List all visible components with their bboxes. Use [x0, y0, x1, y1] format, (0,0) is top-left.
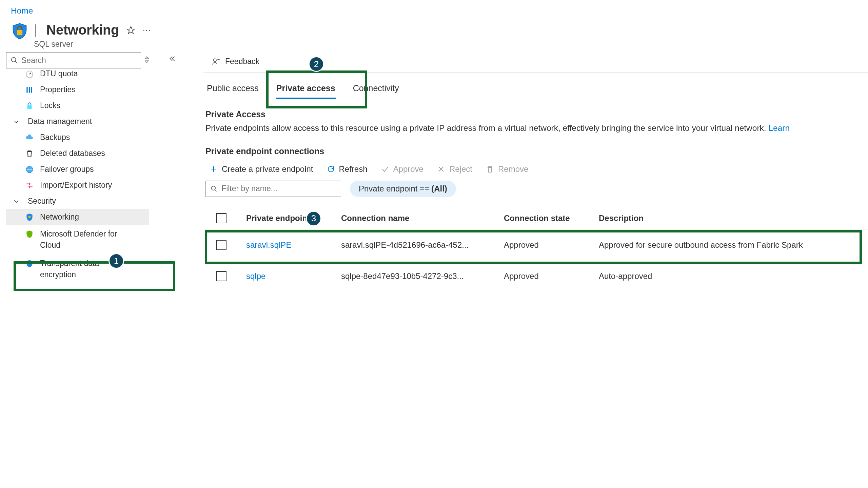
- table-row[interactable]: sqlpe sqlpe-8ed47e93-10b5-4272-9c3... Ap…: [203, 261, 868, 292]
- sidebar-item-label: Deleted databases: [40, 149, 105, 158]
- row-checkbox[interactable]: [216, 240, 226, 250]
- trash-icon: [25, 149, 34, 158]
- learn-more-link[interactable]: Learn: [768, 123, 790, 133]
- sidebar-item-properties[interactable]: Properties: [6, 82, 149, 98]
- pe-link[interactable]: saravi.sqlPE: [244, 237, 339, 253]
- svg-rect-0: [17, 30, 22, 35]
- remove-button: Remove: [486, 164, 528, 174]
- backup-cloud-icon: [25, 133, 34, 142]
- shield-networking-icon: [25, 213, 34, 222]
- select-all-checkbox[interactable]: [216, 213, 226, 223]
- sidebar-group-label: Data management: [28, 117, 92, 126]
- pe-connection-name: sqlpe-8ed47e93-10b5-4272-9c3...: [339, 268, 502, 284]
- shield-tde-icon: [25, 259, 34, 268]
- chevron-down-icon: [13, 198, 20, 205]
- refresh-button[interactable]: Refresh: [327, 164, 368, 174]
- pe-connections-heading: Private endpoint connections: [205, 146, 868, 156]
- sidebar-nav: DTU quota Properties Locks: [6, 69, 149, 354]
- sidebar-item-tde[interactable]: Transparent data encryption: [6, 255, 149, 284]
- filter-input[interactable]: [221, 184, 336, 193]
- sidebar-item-deleted-databases[interactable]: Deleted databases: [6, 145, 149, 161]
- filter-pill-prefix: Private endpoint ==: [359, 184, 429, 194]
- svg-line-3: [15, 61, 17, 63]
- sidebar-item-label: DTU quota: [40, 69, 78, 78]
- search-icon: [211, 185, 217, 192]
- filter-pill-value: (All): [431, 184, 447, 194]
- toolbar-label: Approve: [393, 164, 423, 174]
- col-connection-name[interactable]: Connection name: [339, 210, 502, 226]
- sidebar-group-label: Security: [28, 197, 56, 206]
- svg-line-16: [215, 189, 217, 191]
- sidebar-item-backups[interactable]: Backups: [6, 129, 149, 145]
- sidebar-item-label: Locks: [40, 101, 60, 110]
- table-row[interactable]: saravi.sqlPE saravi.sqlPE-4d521696-ac6a-…: [203, 229, 868, 261]
- svg-rect-8: [29, 87, 30, 93]
- col-connection-state[interactable]: Connection state: [502, 210, 597, 226]
- page-title: Networking: [46, 22, 119, 38]
- trash-icon: [486, 165, 494, 173]
- section-private-access-title: Private Access: [205, 109, 868, 119]
- sidebar-item-import-export-history[interactable]: Import/Export history: [6, 177, 149, 193]
- resource-type-subtitle: SQL server: [34, 40, 151, 49]
- chevron-down-icon: [13, 118, 20, 125]
- pe-toolbar: Create a private endpoint Refresh Approv…: [203, 162, 868, 180]
- favorite-star-icon[interactable]: [126, 26, 135, 35]
- gauge-icon: [25, 69, 34, 78]
- pe-table: Private endpoint Connection name Connect…: [203, 207, 868, 292]
- sidebar-search-input[interactable]: [21, 56, 137, 65]
- row-checkbox[interactable]: [216, 271, 226, 281]
- filter-row: Private endpoint == (All): [203, 180, 868, 202]
- create-pe-button[interactable]: Create a private endpoint: [210, 164, 313, 174]
- svg-point-14: [213, 59, 216, 62]
- pe-connection-name: saravi.sqlPE-4d521696-ac6a-452...: [339, 237, 502, 253]
- sidebar: DTU quota Properties Locks: [0, 49, 149, 354]
- filter-by-name[interactable]: [205, 181, 341, 197]
- sidebar-group-security[interactable]: Security: [6, 193, 149, 209]
- tab-private-access[interactable]: Private access: [276, 81, 336, 99]
- sidebar-item-failover-groups[interactable]: Failover groups: [6, 161, 149, 177]
- breadcrumb-home-link[interactable]: Home: [11, 6, 33, 15]
- feedback-button[interactable]: Feedback: [203, 55, 868, 72]
- filter-pill-private-endpoint[interactable]: Private endpoint == (All): [350, 181, 456, 197]
- svg-rect-10: [27, 105, 32, 109]
- sql-server-shield-icon: [11, 22, 28, 40]
- sidebar-item-networking[interactable]: Networking: [6, 209, 149, 225]
- tab-connectivity[interactable]: Connectivity: [352, 81, 400, 99]
- refresh-icon: [327, 165, 335, 173]
- sidebar-item-dtu-quota[interactable]: DTU quota: [6, 69, 149, 82]
- sidebar-item-defender[interactable]: Microsoft Defender for Cloud: [6, 225, 149, 255]
- reject-button: Reject: [437, 164, 472, 174]
- pe-state: Approved: [502, 237, 597, 253]
- svg-point-15: [212, 186, 216, 190]
- sidebar-item-label: Networking: [40, 212, 79, 222]
- tab-public-access[interactable]: Public access: [206, 81, 259, 99]
- col-private-endpoint[interactable]: Private endpoint: [244, 210, 339, 226]
- pe-description: Approved for secure outbound access from…: [597, 237, 861, 253]
- sidebar-item-locks[interactable]: Locks: [6, 98, 149, 114]
- sidebar-search[interactable]: [6, 52, 141, 68]
- svg-rect-9: [31, 87, 32, 93]
- globe-icon: [25, 165, 34, 174]
- toolbar-label: Remove: [498, 164, 528, 174]
- shield-defender-icon: [25, 230, 34, 239]
- pe-link[interactable]: sqlpe: [244, 268, 339, 284]
- more-actions-icon[interactable]: ···: [143, 26, 151, 35]
- col-description[interactable]: Description: [597, 210, 861, 226]
- toolbar-label: Refresh: [339, 164, 368, 174]
- sidebar-item-label: Transparent data encryption: [40, 258, 128, 281]
- sidebar-item-label: Microsoft Defender for Cloud: [40, 228, 128, 251]
- sidebar-item-label: Properties: [40, 85, 76, 94]
- main-content: Feedback Public access Private access Co…: [149, 49, 868, 292]
- close-icon: [437, 165, 445, 173]
- sidebar-item-label: Backups: [40, 133, 70, 142]
- lock-icon: [25, 101, 34, 110]
- toolbar-label: Reject: [449, 164, 472, 174]
- svg-point-2: [12, 58, 16, 62]
- plus-icon: [210, 165, 218, 173]
- table-header-row: Private endpoint Connection name Connect…: [203, 207, 868, 229]
- section-private-access-desc: Private endpoints allow access to this r…: [205, 122, 868, 134]
- sidebar-group-data-management[interactable]: Data management: [6, 114, 149, 129]
- search-expand-icon[interactable]: [144, 56, 149, 65]
- svg-marker-1: [127, 26, 135, 34]
- approve-button: Approve: [381, 164, 423, 174]
